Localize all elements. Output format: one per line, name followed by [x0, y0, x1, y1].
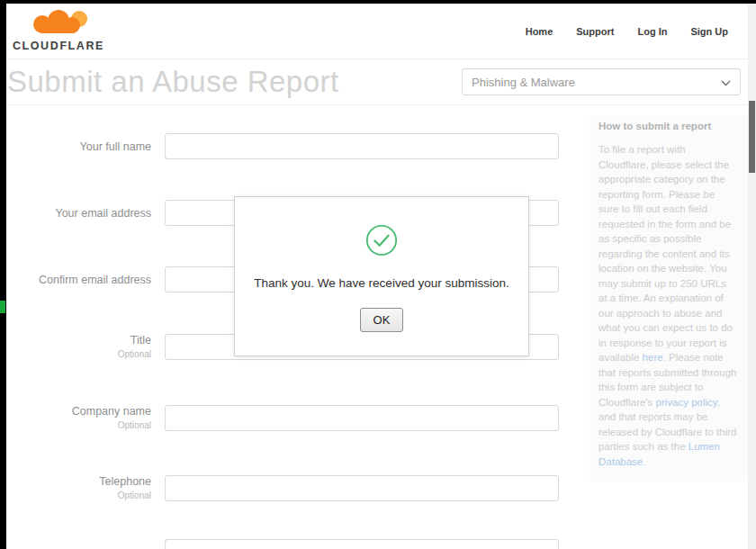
cloudflare-logo[interactable]: CLOUDFLARE	[12, 9, 105, 56]
link-here[interactable]: here	[643, 352, 663, 363]
nav-home[interactable]: Home	[526, 26, 554, 37]
nav-support[interactable]: Support	[576, 26, 614, 37]
form-row-company: Company name Optional	[7, 405, 559, 431]
next-field-input[interactable]	[165, 539, 559, 549]
site-header: CLOUDFLARE Home Support Log In Sign Up	[6, 4, 748, 59]
browser-viewport: CLOUDFLARE Home Support Log In Sign Up S…	[0, 0, 756, 549]
help-sidebar: How to submit a report To file a report …	[590, 115, 748, 482]
sidebar-text: To file a report with Cloudflare, please…	[598, 144, 733, 363]
optional-label: Optional	[118, 349, 151, 360]
sidebar-body: To file a report with Cloudflare, please…	[598, 142, 737, 469]
page-title: Submit an Abuse Report	[7, 65, 339, 99]
optional-label: Optional	[118, 490, 151, 501]
abuse-category-select[interactable]: Phishing & Malware	[462, 68, 741, 95]
confirmation-message: Thank you. We have received your submiss…	[254, 276, 508, 290]
form-row-full-name: Your full name	[7, 133, 559, 159]
sidebar-heading: How to submit a report	[598, 121, 737, 131]
vertical-scrollbar-track[interactable]	[748, 4, 756, 549]
selected-category: Phishing & Malware	[472, 76, 721, 89]
field-label: Telephone	[99, 475, 151, 488]
window-frame-left	[0, 0, 6, 549]
company-name-input[interactable]	[165, 405, 559, 431]
optional-label: Optional	[118, 420, 151, 431]
nav-log-in[interactable]: Log In	[637, 26, 667, 37]
field-label: Title	[130, 334, 151, 346]
form-row-telephone: Telephone Optional	[7, 475, 559, 501]
full-name-input[interactable]	[165, 133, 559, 159]
link-privacy-policy[interactable]: privacy policy	[656, 397, 717, 408]
cloudflare-cloud-icon	[18, 25, 99, 40]
vertical-scrollbar-thumb[interactable]	[749, 101, 755, 173]
window-frame-top	[0, 0, 756, 4]
top-nav: Home Support Log In Sign Up	[526, 4, 728, 59]
field-label: Your email address	[55, 207, 151, 220]
brand-text: CLOUDFLARE	[12, 40, 105, 52]
field-label: Confirm email address	[39, 274, 151, 286]
chevron-down-icon	[721, 74, 731, 90]
sidebar-text: .	[643, 456, 645, 467]
nav-sign-up[interactable]: Sign Up	[690, 26, 728, 37]
field-label: Your full name	[80, 140, 151, 153]
submission-confirmation-dialog: Thank you. We have received your submiss…	[234, 196, 529, 356]
ok-button[interactable]: OK	[360, 308, 404, 332]
telephone-input[interactable]	[165, 475, 559, 501]
success-check-icon	[364, 223, 399, 261]
content-divider	[6, 104, 748, 105]
title-bar: Submit an Abuse Report Phishing & Malwar…	[6, 59, 748, 104]
form-row-partial	[7, 539, 559, 549]
green-screen-artifact	[0, 301, 5, 313]
field-label: Company name	[72, 405, 151, 418]
